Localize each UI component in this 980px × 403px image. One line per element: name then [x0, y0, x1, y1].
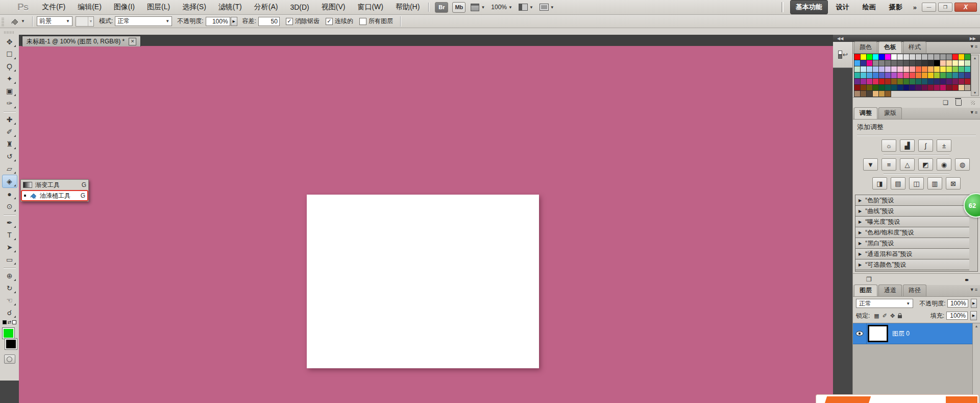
preset-group-row[interactable]: ▶ “曲线”预设: [855, 206, 969, 217]
tool-preset-picker[interactable]: ▼: [10, 17, 25, 26]
rectangular-marquee-tool[interactable]: ☐: [3, 48, 17, 60]
tab-adjustments[interactable]: 调整: [854, 107, 877, 119]
preset-group-row[interactable]: ▶ “黑白”预设: [855, 238, 969, 249]
channel-mixer-icon[interactable]: ◍: [955, 158, 970, 171]
expand-triangle-icon[interactable]: ▶: [859, 252, 862, 256]
option-checkbox[interactable]: ✓ 连续的: [326, 17, 353, 26]
menu-item[interactable]: 编辑(E): [73, 1, 106, 13]
menu-item[interactable]: 分析(A): [250, 1, 283, 13]
flyout-item-gradient-tool[interactable]: 渐变工具 G: [21, 180, 88, 190]
expand-triangle-icon[interactable]: ▶: [859, 220, 862, 224]
layer-thumbnail[interactable]: [869, 326, 887, 341]
color-balance-icon[interactable]: △: [900, 158, 915, 171]
overlay-action-button[interactable]: [946, 396, 977, 403]
opacity-arrow-button[interactable]: ▶: [971, 299, 977, 308]
zoom-level-dropdown[interactable]: 100% ▼: [491, 4, 512, 11]
launch-minibridge-button[interactable]: Mb: [452, 2, 465, 13]
opacity-arrow-button[interactable]: ▶: [231, 17, 237, 26]
eyedropper-tool[interactable]: ✑: [3, 97, 17, 109]
panel-menu-icon[interactable]: ▼≡: [970, 110, 978, 115]
eraser-tool[interactable]: ▱: [3, 162, 17, 175]
pen-tool[interactable]: ✒: [3, 217, 17, 229]
menu-item[interactable]: 窗口(W): [353, 1, 388, 13]
fill-arrow-button[interactable]: ▶: [970, 311, 977, 320]
option-checkbox[interactable]: ✓ 消除锯齿: [286, 17, 320, 26]
tab-swatches[interactable]: 色板: [878, 41, 902, 53]
mode-select[interactable]: 正常 ▼: [115, 16, 172, 26]
restore-button[interactable]: ❐: [938, 3, 952, 12]
magic-wand-tool[interactable]: ✦: [3, 73, 17, 85]
paint-bucket-tool[interactable]: ◈: [2, 175, 17, 188]
preset-group-row[interactable]: ▶ “色阶”预设: [855, 195, 969, 206]
blend-mode-select[interactable]: 正常 ▼: [856, 299, 913, 308]
menu-item[interactable]: 文件(F): [37, 1, 70, 13]
new-swatch-icon[interactable]: ❏: [943, 99, 948, 106]
lasso-tool[interactable]: Ϙ: [3, 60, 17, 73]
threshold-icon[interactable]: ◫: [909, 177, 924, 189]
layer-opacity-input[interactable]: 100%: [947, 299, 968, 307]
option-checkbox[interactable]: 所有图层: [359, 17, 393, 26]
quick-mask-button[interactable]: [4, 354, 15, 364]
drag-handle[interactable]: [2, 17, 4, 26]
clone-stamp-tool[interactable]: ♜: [3, 138, 17, 150]
rectangle-tool[interactable]: ▭: [3, 253, 17, 266]
minimize-button[interactable]: —: [922, 3, 936, 12]
menu-item[interactable]: 图像(I): [109, 1, 139, 13]
tab-channels[interactable]: 通道: [878, 285, 902, 296]
selective-color-icon[interactable]: ⊠: [946, 177, 961, 189]
exposure-icon[interactable]: ±: [937, 139, 951, 152]
arrange-documents-dropdown[interactable]: ▼: [519, 4, 533, 11]
healing-brush-tool[interactable]: ✚: [3, 113, 17, 126]
gradient-map-icon[interactable]: ▥: [927, 177, 942, 189]
3d-orbit-tool[interactable]: ↻: [3, 282, 17, 294]
expand-triangle-icon[interactable]: ▶: [859, 198, 862, 203]
expand-triangle-icon[interactable]: ▶: [859, 241, 862, 246]
document-canvas[interactable]: [307, 195, 539, 368]
tab-layers[interactable]: 图层: [854, 285, 877, 296]
color-swatch[interactable]: [885, 90, 891, 97]
dodge-tool[interactable]: ⊙: [3, 200, 17, 212]
view-extras-dropdown[interactable]: ▼: [471, 4, 485, 11]
hue-saturation-icon[interactable]: ≡: [881, 158, 896, 171]
menu-item[interactable]: 滤镜(T): [214, 1, 247, 13]
close-tab-icon[interactable]: ✕: [129, 38, 136, 45]
preset-group-row[interactable]: ▶ “通道混和器”预设: [855, 249, 969, 259]
curves-icon[interactable]: ∫: [918, 139, 933, 152]
drag-handle[interactable]: [4, 31, 15, 34]
flyout-item-paint-bucket-tool[interactable]: 油漆桶工具 G: [21, 190, 88, 201]
scroll-down-icon[interactable]: ▼: [973, 91, 977, 94]
resize-grip-icon[interactable]: [971, 101, 975, 105]
menu-item[interactable]: 3D(D): [285, 2, 313, 13]
black-white-icon[interactable]: ◩: [918, 158, 933, 171]
swap-colors-control[interactable]: ⇄: [0, 319, 19, 326]
vibrance-icon[interactable]: ▼: [863, 158, 878, 171]
layer-row[interactable]: 图层 0: [853, 323, 972, 344]
panel-menu-icon[interactable]: ▼≡: [970, 44, 978, 49]
zoom-tool[interactable]: ☌: [3, 306, 17, 319]
menu-item[interactable]: 选择(S): [178, 1, 211, 13]
expand-triangle-icon[interactable]: ▶: [859, 230, 862, 235]
posterize-icon[interactable]: ▤: [891, 177, 905, 189]
preset-group-row[interactable]: ▶ “曝光度”预设: [855, 217, 969, 227]
opacity-input[interactable]: 100%: [206, 17, 230, 26]
screen-mode-dropdown[interactable]: ▼: [540, 4, 554, 11]
document-tab[interactable]: 未标题-1 @ 100% (图层 0, RGB/8) * ✕: [22, 36, 141, 46]
collapse-dock-icon[interactable]: ◀◀: [837, 36, 843, 41]
brush-tool[interactable]: ✐: [3, 126, 17, 138]
expand-triangle-icon[interactable]: ▶: [859, 209, 862, 214]
hand-tool[interactable]: ☜: [3, 294, 17, 306]
panel-menu-icon[interactable]: ▼≡: [970, 287, 978, 292]
clip-to-layer-icon[interactable]: ●◑: [965, 277, 967, 282]
workspace-overflow-button[interactable]: »: [913, 4, 917, 11]
tab-color[interactable]: 颜色: [854, 41, 877, 53]
brightness-contrast-icon[interactable]: ☼: [881, 139, 896, 152]
close-button[interactable]: X: [954, 3, 977, 12]
levels-icon[interactable]: ▟: [900, 139, 915, 152]
expanded-view-icon[interactable]: ❐: [866, 276, 872, 283]
visibility-cell[interactable]: [853, 323, 867, 344]
crop-tool[interactable]: ▣: [3, 85, 17, 97]
expand-dock-icon[interactable]: ▶▶: [970, 36, 976, 41]
color-swatch[interactable]: [964, 84, 971, 91]
preset-group-row[interactable]: ▶ “色相/饱和度”预设: [855, 227, 969, 238]
workspace-button[interactable]: 摄影: [884, 1, 908, 14]
